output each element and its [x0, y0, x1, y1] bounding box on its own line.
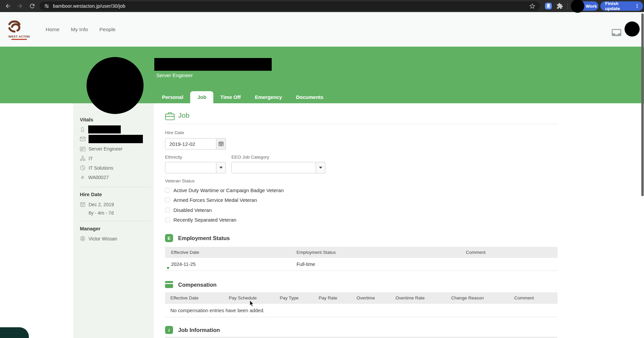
checkbox-armed-forces[interactable]: [165, 198, 170, 203]
inbox-icon[interactable]: [610, 28, 623, 37]
column-header: Comment: [460, 247, 557, 258]
hire-date-value: Dec 2, 2019: [89, 202, 114, 207]
ethnicity-dropdown-button[interactable]: [216, 162, 226, 173]
checkbox-label: Active Duty Wartime or Campaign Badge Ve…: [173, 187, 284, 193]
checkbox-active-duty[interactable]: [165, 188, 170, 193]
compensation-table: Effective Date Pay Schedule Pay Type Pay…: [165, 292, 557, 317]
profile-chip-label: Work: [586, 4, 597, 9]
employee-photo-redacted[interactable]: [87, 57, 144, 114]
app-header: WEST ACTON Home My Info People: [0, 12, 644, 47]
reading-list-icon[interactable]: [545, 3, 552, 9]
tab-time-off[interactable]: Time Off: [213, 91, 248, 103]
vitals-department-text: IT: [89, 156, 93, 161]
tab-emergency[interactable]: Emergency: [248, 91, 289, 103]
vitals-job-title: Server Engineer: [80, 146, 122, 152]
forward-icon[interactable]: [16, 3, 23, 9]
nav-home[interactable]: Home: [46, 26, 59, 33]
tenure-value: 6y - 4m - 7d: [89, 210, 114, 216]
employee-name-redacted: [154, 58, 272, 71]
person-icon: [80, 236, 86, 241]
reload-icon[interactable]: [29, 3, 36, 9]
job-title-icon: [80, 147, 86, 152]
phone-icon: [80, 127, 85, 132]
job-information-title: Job Information: [178, 327, 220, 333]
email-redacted: [89, 135, 143, 143]
west-acton-logo-icon: [7, 19, 21, 34]
hire-date-row: Dec 2, 2019: [80, 202, 114, 207]
hire-date-title: Hire Date: [80, 191, 102, 197]
vitals-division-text: IT Solutions: [89, 165, 113, 171]
hash-icon: #: [80, 174, 85, 180]
column-header: Overtime Rate: [390, 292, 446, 304]
ethnicity-select[interactable]: [165, 162, 226, 173]
job-information-icon: i: [165, 326, 173, 334]
url-bar[interactable]: bamboor.westacton.jp/user/30/job: [40, 1, 540, 11]
tab-job[interactable]: Job: [190, 91, 213, 103]
user-avatar-header[interactable]: [625, 21, 640, 37]
table-row: 2024-11-25 Full-time: [165, 258, 557, 271]
hire-date-input[interactable]: 2019-12-02: [165, 138, 216, 150]
eeo-dropdown-button[interactable]: [316, 162, 325, 173]
kebab-menu-icon[interactable]: ⋮: [635, 3, 640, 9]
empty-message: No compensation entries have been added.: [165, 308, 265, 313]
column-header: Pay Type: [274, 292, 313, 304]
status-dot-icon: [167, 267, 169, 269]
veteran-option-row: Armed Forces Service Medal Veteran: [165, 197, 257, 203]
finish-update-label: Finish update: [605, 1, 632, 11]
section-divider: [165, 124, 557, 124]
column-header: Overtime: [351, 292, 390, 304]
division-icon: [80, 165, 86, 171]
calendar-picker-icon: [218, 141, 224, 147]
screen: bamboor.westacton.jp/user/30/job Work Fi…: [0, 0, 644, 338]
column-header: Employment Status: [290, 247, 460, 258]
column-header: Effective Date: [165, 292, 223, 304]
site-settings-icon[interactable]: [44, 3, 50, 9]
page-title: Job: [178, 111, 190, 119]
tenure-row: 6y - 4m - 7d: [89, 210, 114, 216]
tab-personal[interactable]: Personal: [155, 91, 190, 103]
vitals-title: Vitals: [80, 117, 93, 122]
eeo-label: EEO Job Category: [231, 155, 269, 160]
column-header: Comment: [509, 292, 557, 304]
eeo-value[interactable]: [231, 162, 316, 173]
eeo-select[interactable]: [231, 162, 325, 173]
toolbar-separator: [568, 3, 568, 9]
checkbox-disabled-veteran[interactable]: [165, 208, 170, 213]
checkbox-label: Recently Separated Veteran: [173, 217, 236, 223]
table-header-row: Effective Date Pay Schedule Pay Type Pay…: [165, 292, 557, 304]
finish-update-button[interactable]: Finish update ⋮: [600, 1, 643, 11]
vitals-employee-number: # WA00027: [80, 174, 109, 180]
hire-date-field-group: 2019-12-02: [165, 138, 226, 150]
column-header: Pay Rate: [313, 292, 351, 304]
tab-documents[interactable]: Documents: [289, 91, 331, 103]
url-text: bamboor.westacton.jp/user/30/job: [53, 3, 125, 9]
back-icon[interactable]: [5, 3, 11, 9]
company-logo[interactable]: WEST ACTON: [7, 19, 31, 40]
corner-widget-partial: [0, 327, 29, 338]
manager-name: Victor Wissan: [89, 236, 117, 241]
compensation-title: Compensation: [178, 282, 217, 288]
employment-status-icon: E: [165, 234, 173, 242]
nav-people[interactable]: People: [99, 26, 115, 33]
column-header: Effective Date: [165, 247, 290, 258]
browser-profile-avatar[interactable]: [571, 0, 584, 13]
logo-tagline: [11, 39, 27, 40]
profile-tabs: Personal Job Time Off Emergency Document…: [155, 91, 330, 103]
calendar-icon: [80, 202, 86, 207]
scrollbar-thumb[interactable]: [641, 13, 644, 196]
extensions-icon[interactable]: [556, 3, 563, 9]
main-nav: Home My Info People: [46, 12, 115, 47]
logo-text: WEST ACTON: [7, 35, 31, 38]
department-icon: [80, 156, 86, 161]
mouse-cursor: [250, 300, 255, 307]
nav-my-info[interactable]: My Info: [71, 26, 88, 33]
checkbox-recently-separated[interactable]: [165, 217, 170, 222]
table-header-row: Effective Date Employment Status Comment: [165, 247, 557, 258]
vitals-job-title-text: Server Engineer: [89, 146, 122, 152]
veteran-option-row: Disabled Veteran: [165, 207, 212, 213]
date-picker-button[interactable]: [216, 138, 226, 150]
empty-table-row: No compensation entries have been added.: [165, 304, 557, 317]
bookmark-star-icon[interactable]: [529, 3, 535, 9]
ethnicity-value[interactable]: [165, 162, 216, 173]
manager-title: Manager: [80, 226, 101, 231]
